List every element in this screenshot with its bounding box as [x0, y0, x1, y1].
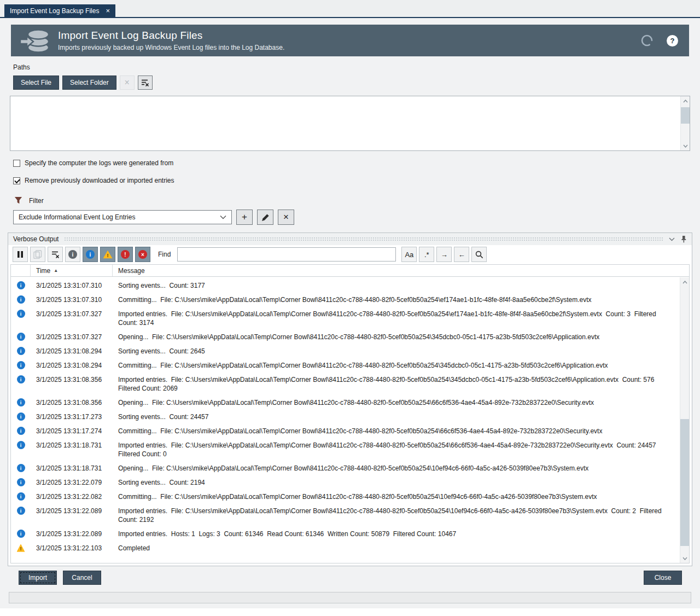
- log-row[interactable]: 3/1/2025 13:31:07.310 Sorting events... …: [11, 278, 676, 293]
- severity-icon: [17, 427, 25, 435]
- verbose-output-titlebar[interactable]: Verbose Output: [8, 233, 692, 245]
- log-time: 3/1/2025 13:31:08.294: [31, 361, 113, 370]
- filter-edit-button[interactable]: [257, 210, 273, 225]
- log-row[interactable]: 3/1/2025 13:31:22.089 Imported entries. …: [11, 504, 676, 527]
- log-message: Committing... File: C:\Users\mike\AppDat…: [113, 492, 676, 501]
- error-filter-toggle[interactable]: !: [118, 247, 133, 262]
- pause-button[interactable]: [13, 247, 28, 262]
- log-row[interactable]: 3/1/2025 13:31:07.310 Committing... File…: [11, 293, 676, 307]
- tab-list-chevron-down-icon[interactable]: [687, 6, 693, 10]
- log-row[interactable]: 3/1/2025 13:31:08.356 Opening... File: C…: [11, 396, 676, 410]
- panel-collapse-chevron-down-icon[interactable]: [669, 237, 675, 241]
- log-row[interactable]: 3/1/2025 13:31:22.079 Sorting events... …: [11, 475, 676, 490]
- message-column-header[interactable]: Message: [113, 267, 689, 275]
- log-row[interactable]: 3/1/2025 13:31:22.089 Imported entries. …: [11, 527, 676, 541]
- log-time: 3/1/2025 13:31:22.089: [31, 507, 113, 515]
- information-filter-toggle[interactable]: i: [83, 247, 98, 262]
- log-time: 3/1/2025 13:31:22.089: [31, 530, 113, 538]
- page-title: Import Event Log Backup Files: [58, 30, 284, 42]
- remove-previous-option[interactable]: Remove previously downloaded or imported…: [13, 177, 692, 184]
- find-next-arrow-button[interactable]: →: [436, 247, 452, 262]
- regex-button[interactable]: .*: [419, 247, 434, 262]
- cancel-button[interactable]: Cancel: [63, 571, 101, 585]
- remove-previous-checkbox[interactable]: [13, 177, 20, 184]
- paths-listbox[interactable]: [10, 96, 690, 151]
- severity-icon: [17, 530, 25, 538]
- log-row[interactable]: 3/1/2025 13:31:22.082 Committing... File…: [11, 490, 676, 504]
- search-button[interactable]: [471, 247, 487, 262]
- find-input[interactable]: [177, 247, 396, 261]
- log-table-header[interactable]: Time ▲ Message: [11, 265, 689, 277]
- warning-filter-toggle[interactable]: !: [100, 247, 115, 262]
- filter-selected-value: Exclude Informational Event Log Entries: [19, 213, 135, 221]
- tab-close-icon[interactable]: ×: [106, 7, 110, 14]
- find-previous-arrow-button[interactable]: ←: [454, 247, 469, 262]
- scroll-down-icon[interactable]: [681, 141, 690, 150]
- log-table-body[interactable]: 3/1/2025 13:31:07.310 Sorting events... …: [11, 277, 689, 563]
- log-message: Sorting events... Count: 2645: [113, 347, 676, 356]
- progress-status-bar: [9, 592, 691, 603]
- paths-toolbar: Select File Select Folder ×: [13, 75, 692, 90]
- import-database-icon: [20, 27, 50, 54]
- clear-log-button[interactable]: [48, 247, 63, 262]
- log-row[interactable]: 3/1/2025 13:31:07.327 Imported entries. …: [11, 307, 676, 330]
- severity-icon: [17, 441, 25, 449]
- file-path-item[interactable]: [15, 142, 678, 151]
- log-row[interactable]: 3/1/2025 13:31:17.273 Sorting events... …: [11, 410, 676, 424]
- log-row[interactable]: 3/1/2025 13:31:07.327 Opening... File: C…: [11, 330, 676, 344]
- severity-icon: [17, 464, 25, 472]
- panel-pin-icon[interactable]: [680, 235, 687, 243]
- select-file-button[interactable]: Select File: [13, 75, 59, 90]
- filter-combobox[interactable]: Exclude Informational Event Log Entries: [13, 210, 232, 224]
- copy-button[interactable]: [30, 247, 45, 262]
- log-time: 3/1/2025 13:31:22.079: [31, 478, 113, 487]
- import-button[interactable]: Import: [19, 571, 57, 585]
- severity-icon: [17, 375, 25, 383]
- select-folder-button[interactable]: Select Folder: [62, 75, 116, 90]
- log-time: 3/1/2025 13:31:07.327: [31, 310, 113, 318]
- severity-icon: [17, 333, 25, 341]
- verbose-output-title: Verbose Output: [13, 235, 59, 243]
- severity-icon: [17, 361, 25, 369]
- log-time: 3/1/2025 13:31:07.310: [31, 281, 113, 290]
- file-path-item[interactable]: [15, 120, 678, 131]
- log-row[interactable]: 3/1/2025 13:31:18.731 Imported entries. …: [11, 438, 676, 461]
- file-path-item[interactable]: [15, 131, 678, 142]
- filter-add-button[interactable]: +: [236, 210, 253, 225]
- match-case-button[interactable]: Aa: [401, 247, 417, 262]
- scroll-down-icon[interactable]: [680, 554, 690, 563]
- help-icon[interactable]: ?: [667, 35, 678, 47]
- log-scrollbar[interactable]: [680, 277, 689, 563]
- log-row[interactable]: 3/1/2025 13:31:08.294 Committing... File…: [11, 358, 676, 373]
- close-button[interactable]: Close: [644, 571, 682, 585]
- file-path-item[interactable]: [15, 109, 678, 120]
- log-message: Imported entries. File: C:\Users\mike\Ap…: [113, 310, 676, 327]
- log-message: Sorting events... Count: 24457: [113, 412, 676, 421]
- severity-icon: [17, 544, 25, 552]
- specify-computer-option[interactable]: Specify the computer the logs were gener…: [13, 159, 692, 167]
- log-message: Imported entries. File: C:\Users\mike\Ap…: [113, 441, 676, 458]
- verbose-toggle-button[interactable]: i: [65, 247, 80, 262]
- remove-path-button[interactable]: ×: [120, 75, 135, 90]
- clear-paths-button[interactable]: [138, 75, 153, 90]
- specify-computer-checkbox[interactable]: [13, 160, 20, 167]
- tab-import-event-log-backup-files[interactable]: Import Event Log Backup Files ×: [4, 4, 115, 17]
- time-column-header[interactable]: Time ▲: [31, 265, 113, 276]
- scroll-up-icon[interactable]: [680, 277, 690, 287]
- paths-label: Paths: [13, 63, 692, 71]
- paths-scrollbar[interactable]: [680, 96, 690, 150]
- log-row[interactable]: 3/1/2025 13:31:08.294 Sorting events... …: [11, 344, 676, 358]
- filter-delete-button[interactable]: ×: [278, 210, 294, 225]
- scroll-thumb[interactable]: [680, 419, 689, 546]
- scroll-up-icon[interactable]: [681, 96, 690, 106]
- file-path-item[interactable]: [15, 98, 678, 109]
- severity-icon: [17, 507, 25, 515]
- remove-previous-label: Remove previously downloaded or imported…: [25, 177, 174, 184]
- severity-column-header[interactable]: [11, 265, 31, 276]
- log-row[interactable]: 3/1/2025 13:31:08.356 Imported entries. …: [11, 373, 676, 396]
- log-row[interactable]: 3/1/2025 13:31:17.274 Committing... File…: [11, 424, 676, 438]
- log-row[interactable]: 3/1/2025 13:31:22.103 Completed: [11, 541, 676, 555]
- critical-filter-toggle[interactable]: ×: [135, 247, 150, 262]
- scroll-thumb[interactable]: [681, 107, 690, 124]
- log-row[interactable]: 3/1/2025 13:31:18.731 Opening... File: C…: [11, 461, 676, 475]
